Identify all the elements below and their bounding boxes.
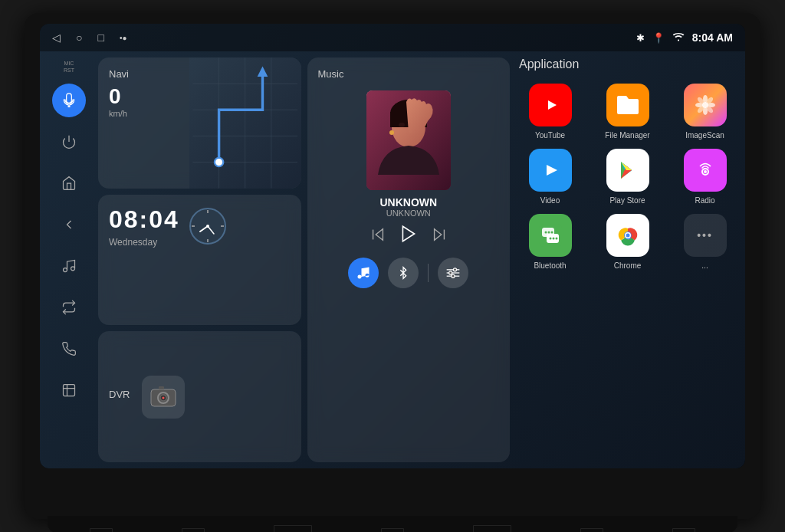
dot-nav-indicator: •● — [120, 34, 127, 42]
bluetooth-status-icon: ✱ — [636, 32, 645, 44]
car-unit: ◁ ○ □ •● ✱ 📍 8:04 AM — [25, 13, 760, 519]
chrome-icon — [606, 214, 649, 257]
middle-column: Music — [307, 57, 511, 462]
analog-clock — [189, 207, 227, 245]
svg-point-41 — [454, 268, 457, 271]
radio-label: Radio — [695, 196, 714, 205]
mic-label: MIC — [64, 61, 74, 66]
location-status-icon: 📍 — [652, 32, 665, 44]
bluetooth-label: Bluetooth — [534, 261, 566, 270]
svg-marker-34 — [402, 226, 414, 241]
svg-point-67 — [552, 238, 554, 240]
home-nav-button[interactable]: ○ — [76, 31, 82, 44]
music-controls — [318, 224, 500, 248]
svg-point-1 — [71, 267, 75, 271]
status-icons: ✱ 📍 8:04 AM — [636, 31, 733, 44]
svg-point-42 — [452, 274, 455, 277]
svg-rect-24 — [159, 386, 164, 389]
youtube-label: YouTube — [535, 131, 565, 140]
clock-time: 08:04 — [109, 205, 179, 234]
playstore-icon — [606, 149, 649, 192]
chrome-label: Chrome — [614, 261, 642, 270]
app-item-radio[interactable]: Radio — [671, 149, 739, 205]
mount-tab-2 — [182, 528, 205, 532]
dvr-title: DVR — [109, 389, 130, 400]
eq-button[interactable] — [438, 258, 468, 288]
mount-tab-3 — [274, 525, 312, 532]
nav-buttons: ◁ ○ □ •● — [52, 31, 126, 44]
app-column: Application YouTube — [516, 57, 739, 462]
svg-point-23 — [163, 396, 165, 399]
music-title: Music — [318, 68, 500, 80]
prev-track-button[interactable] — [370, 226, 386, 247]
navi-map — [189, 57, 301, 189]
sidebar-back-button[interactable] — [52, 208, 86, 241]
mounting-tabs — [25, 525, 760, 532]
app-item-imagescan[interactable]: ImageScan — [671, 84, 739, 140]
main-content: MIC RST — [40, 51, 745, 468]
svg-marker-35 — [434, 228, 441, 240]
svg-point-19 — [206, 225, 209, 228]
status-bar: ◁ ○ □ •● ✱ 📍 8:04 AM — [40, 24, 745, 51]
svg-point-63 — [544, 232, 547, 234]
sidebar: MIC RST — [46, 57, 92, 462]
playstore-label: Play Store — [609, 196, 645, 205]
svg-point-64 — [547, 232, 550, 234]
app-item-video[interactable]: Video — [516, 149, 584, 205]
radio-icon — [684, 149, 727, 192]
sidebar-3d-button[interactable] — [52, 373, 86, 407]
bluetooth-music-button[interactable] — [388, 258, 419, 288]
svg-marker-10 — [258, 66, 268, 77]
more-icon: ••• — [684, 214, 727, 257]
album-art — [366, 90, 451, 190]
sidebar-power-button[interactable] — [52, 125, 86, 159]
music-divider — [428, 264, 429, 282]
svg-point-40 — [449, 271, 452, 274]
svg-point-59 — [704, 170, 707, 173]
back-nav-button[interactable]: ◁ — [52, 31, 61, 44]
dvr-card[interactable]: DVR — [98, 331, 301, 462]
filemanager-icon — [606, 84, 649, 126]
app-item-filemanager[interactable]: File Manager — [593, 84, 662, 140]
left-column: Navi 0 km/h — [98, 57, 301, 462]
recents-nav-button[interactable]: □ — [97, 31, 103, 44]
navi-card[interactable]: Navi 0 km/h — [98, 57, 301, 189]
app-item-youtube[interactable]: YouTube — [516, 84, 584, 140]
clock-card[interactable]: 08:04 Wednesday — [98, 195, 301, 326]
sidebar-home-button[interactable] — [52, 166, 86, 200]
svg-rect-2 — [64, 385, 75, 396]
app-item-bluetooth[interactable]: Bluetooth — [516, 214, 584, 270]
video-label: Video — [540, 196, 560, 205]
mount-tab-1 — [90, 528, 113, 532]
track-info: UNKNOWN UNKNOWN — [318, 196, 500, 218]
mount-tab-6 — [580, 528, 603, 532]
music-bottom-controls — [318, 258, 500, 288]
svg-point-68 — [555, 238, 557, 240]
filemanager-label: File Manager — [605, 131, 649, 140]
more-label: ... — [701, 261, 708, 270]
sidebar-source-button[interactable] — [52, 291, 86, 324]
mount-tab-5 — [473, 525, 511, 532]
svg-point-0 — [64, 268, 67, 272]
app-grid: YouTube File Manager — [516, 77, 739, 276]
play-pause-button[interactable] — [399, 224, 419, 248]
app-item-more[interactable]: ••• ... — [671, 214, 739, 270]
imagescan-label: ImageScan — [685, 131, 724, 140]
app-item-playstore[interactable]: Play Store — [593, 149, 662, 205]
next-track-button[interactable] — [431, 226, 448, 247]
dvr-camera-icon — [149, 383, 177, 411]
sidebar-mic-button[interactable] — [52, 84, 86, 117]
screen-bezel: ◁ ○ □ •● ✱ 📍 8:04 AM — [40, 24, 745, 468]
svg-point-11 — [215, 158, 223, 166]
track-name: UNKNOWN — [318, 196, 500, 209]
app-item-chrome[interactable]: Chrome — [593, 214, 662, 270]
sidebar-music-button[interactable] — [52, 249, 86, 283]
status-time: 8:04 AM — [692, 31, 733, 44]
sidebar-phone-button[interactable] — [52, 332, 86, 366]
youtube-icon — [529, 84, 572, 126]
mount-tab-7 — [672, 528, 695, 532]
music-app-button[interactable] — [348, 258, 379, 288]
video-icon — [529, 149, 572, 192]
svg-point-29 — [389, 130, 394, 135]
svg-point-30 — [399, 123, 405, 127]
